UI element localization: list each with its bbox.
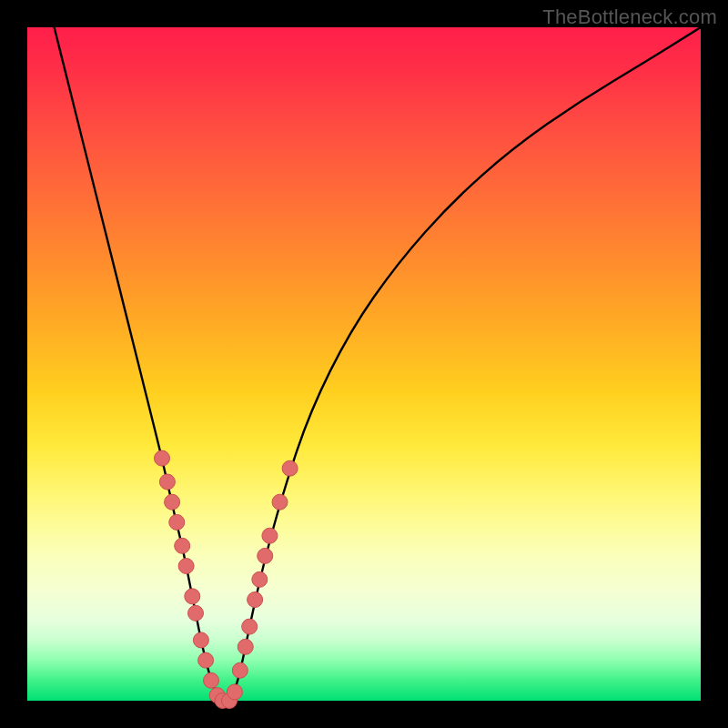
curve-marker [238, 639, 253, 654]
curve-marker [227, 684, 242, 700]
watermark-text: TheBottleneck.com [542, 5, 717, 29]
curve-marker [178, 559, 194, 574]
curve-marker [198, 652, 214, 668]
curve-marker [232, 662, 248, 678]
curve-marker [258, 548, 273, 563]
curve-svg [27, 27, 701, 701]
curve-marker [272, 494, 288, 510]
bottleneck-curve [55, 27, 701, 701]
curve-marker [155, 450, 170, 466]
curve-marker [242, 619, 258, 634]
curve-marker [165, 494, 180, 510]
curve-marker [159, 474, 175, 490]
curve-marker [175, 538, 190, 553]
chart-frame: TheBottleneck.com [0, 0, 728, 728]
curve-marker [185, 589, 200, 604]
curve-marker [204, 672, 219, 688]
curve-marker [188, 605, 204, 621]
curve-marker [248, 592, 263, 608]
plot-area [27, 27, 701, 701]
curve-marker [282, 460, 298, 476]
curve-markers [155, 450, 298, 708]
curve-marker [252, 571, 268, 587]
curve-marker [262, 528, 278, 543]
curve-marker [169, 514, 185, 530]
curve-marker [193, 632, 208, 648]
